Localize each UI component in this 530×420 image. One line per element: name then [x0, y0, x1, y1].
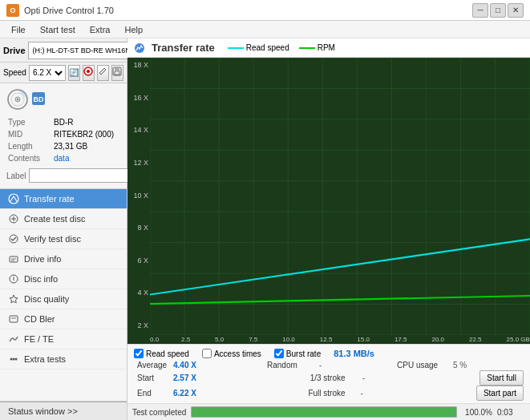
speed-select[interactable]: 6.2 X — [29, 65, 66, 81]
pencil-button[interactable] — [97, 65, 109, 81]
stroke13-stat: 1/3 stroke - — [307, 373, 480, 383]
label-input[interactable] — [29, 168, 137, 183]
burst-rate-check[interactable] — [274, 349, 284, 358]
average-value: 4.40 X — [173, 361, 201, 370]
svg-point-1 — [87, 70, 90, 73]
svg-point-28 — [15, 358, 18, 361]
random-label: Random — [267, 361, 319, 370]
legend-read-speed-label: Read speed — [246, 43, 289, 52]
nav-verify-test-disc[interactable]: Verify test disc — [0, 229, 127, 249]
disc-panel-header: BD — [6, 88, 120, 111]
length-label: Length — [8, 141, 52, 151]
app-icon: O — [6, 4, 19, 17]
contents-label: Contents — [8, 153, 52, 164]
minimize-button[interactable]: ─ — [472, 3, 488, 18]
content-area: Transfer rate Read speed RPM 18 X 16 X 1… — [127, 38, 530, 420]
nav-transfer-rate[interactable]: Transfer rate — [0, 189, 127, 209]
disc-quality-icon — [8, 293, 19, 305]
end-stat: End 6.22 X — [134, 388, 305, 398]
close-button[interactable]: ✕ — [508, 3, 524, 18]
label-label: Label — [6, 172, 26, 180]
chart-legend: Read speed RPM — [228, 43, 335, 52]
full-stroke-stat: Full stroke - — [305, 388, 475, 398]
menu-help[interactable]: Help — [118, 23, 149, 36]
nav-items: Transfer rate Create test disc Verify te… — [0, 189, 127, 401]
app-title: Opti Drive Control 1.70 — [24, 6, 114, 15]
stroke13-label: 1/3 stroke — [310, 374, 362, 382]
read-speed-check[interactable] — [134, 349, 144, 358]
menu-bar: File Start test Extra Help — [0, 21, 530, 38]
nav-transfer-rate-label: Transfer rate — [24, 194, 75, 204]
x-label-150: 15.0 — [357, 336, 370, 343]
legend-read-speed-color — [228, 47, 244, 49]
y-label-14: 14 X — [129, 126, 148, 134]
y-label-10: 10 X — [129, 192, 148, 200]
disc-type-icon: BD — [32, 92, 45, 105]
stroke13-value: - — [362, 374, 365, 382]
nav-disc-quality[interactable]: Disc quality — [0, 289, 127, 309]
random-value: - — [319, 361, 322, 370]
access-times-checkbox[interactable]: Access times — [202, 349, 261, 358]
type-value: BD-R — [54, 117, 119, 127]
burn-button[interactable] — [83, 65, 95, 81]
start-stat: Start 2.57 X — [134, 373, 307, 383]
nav-fe-te[interactable]: FE / TE — [0, 329, 127, 349]
burst-rate-checkbox[interactable]: Burst rate — [274, 349, 321, 358]
stats-row-3: End 6.22 X Full stroke - Start part — [134, 386, 524, 401]
checkboxes-row: Read speed Access times Burst rate 81.3 … — [134, 347, 524, 360]
progress-time: 0:03 — [497, 408, 525, 417]
transfer-rate-icon — [8, 193, 19, 204]
y-label-6: 6 X — [129, 256, 148, 265]
disc-info-icon — [8, 273, 19, 285]
nav-drive-info-label: Drive info — [24, 254, 61, 264]
nav-fe-te-label: FE / TE — [24, 334, 54, 344]
save-button[interactable] — [111, 65, 123, 81]
svg-point-26 — [10, 358, 13, 361]
label-row: Label — [6, 168, 120, 184]
svg-point-17 — [10, 235, 18, 243]
chart-title-icon — [134, 42, 145, 54]
x-label-50: 5.0 — [215, 336, 224, 343]
x-label-225: 22.5 — [469, 336, 482, 343]
chart-svg — [150, 58, 530, 335]
contents-value[interactable]: data — [54, 153, 119, 164]
nav-extra-tests[interactable]: Extra tests — [0, 349, 127, 370]
start-label: Start — [137, 374, 173, 382]
x-label-200: 20.0 — [431, 336, 444, 343]
menu-start-test[interactable]: Start test — [34, 23, 82, 36]
svg-point-23 — [13, 276, 14, 277]
cpu-stat: CPU usage 5 % — [394, 360, 524, 370]
start-full-button[interactable]: Start full — [479, 370, 524, 386]
legend-rpm: RPM — [299, 43, 335, 52]
nav-create-test-disc[interactable]: Create test disc — [0, 209, 127, 229]
drive-bar: Drive (H:) HL-DT-ST BD-RE WH16NS48 1.D3 … — [0, 38, 127, 63]
menu-extra[interactable]: Extra — [83, 23, 117, 36]
menu-file[interactable]: File — [5, 23, 32, 36]
nav-cd-bler[interactable]: CD Bler — [0, 309, 127, 329]
nav-drive-info[interactable]: Drive info — [0, 249, 127, 269]
start-part-button[interactable]: Start part — [476, 386, 524, 401]
read-speed-checkbox[interactable]: Read speed — [134, 349, 189, 358]
x-label-175: 17.5 — [394, 336, 407, 343]
nav-create-test-disc-label: Create test disc — [24, 214, 85, 224]
cpu-label: CPU usage — [397, 361, 453, 370]
nav-extra-tests-label: Extra tests — [24, 354, 66, 364]
status-area: Status window >> — [0, 401, 127, 420]
drive-info-icon — [8, 253, 19, 265]
disc-badges: BD — [32, 92, 45, 107]
start-value: 2.57 X — [173, 374, 201, 382]
maximize-button[interactable]: □ — [490, 3, 506, 18]
type-label: Type — [8, 117, 52, 127]
speed-bar: Speed 6.2 X 🔄 — [0, 63, 127, 83]
progress-percent: 100.0% — [462, 408, 492, 417]
access-times-check[interactable] — [202, 349, 212, 358]
status-window-button[interactable]: Status window >> — [0, 402, 127, 420]
nav-disc-info[interactable]: Disc info — [0, 269, 127, 289]
y-label-2: 2 X — [129, 321, 148, 329]
nav-disc-info-label: Disc info — [24, 274, 58, 284]
burst-rate-label: Burst rate — [286, 349, 321, 358]
refresh-button[interactable]: 🔄 — [68, 65, 80, 81]
mid-value: RITEKBR2 (000) — [54, 129, 119, 139]
end-label: End — [137, 389, 173, 398]
drive-label: Drive — [3, 46, 26, 55]
